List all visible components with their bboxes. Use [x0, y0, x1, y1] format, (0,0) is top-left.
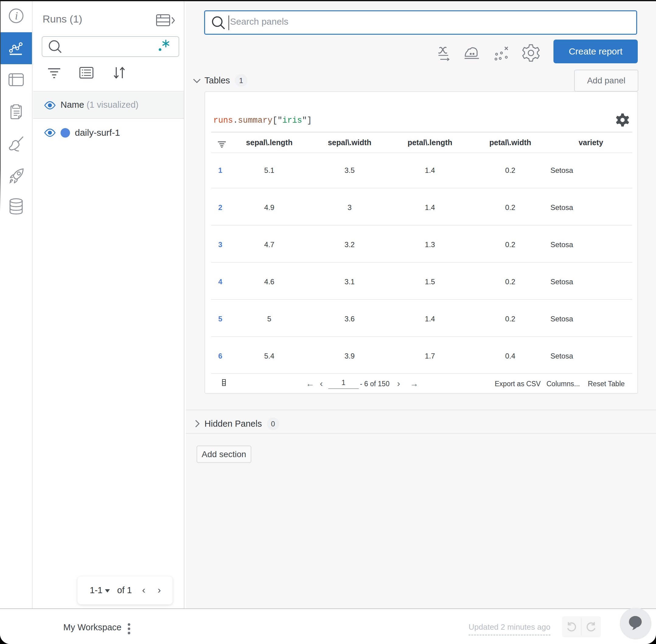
svg-text:i: i — [15, 10, 18, 22]
